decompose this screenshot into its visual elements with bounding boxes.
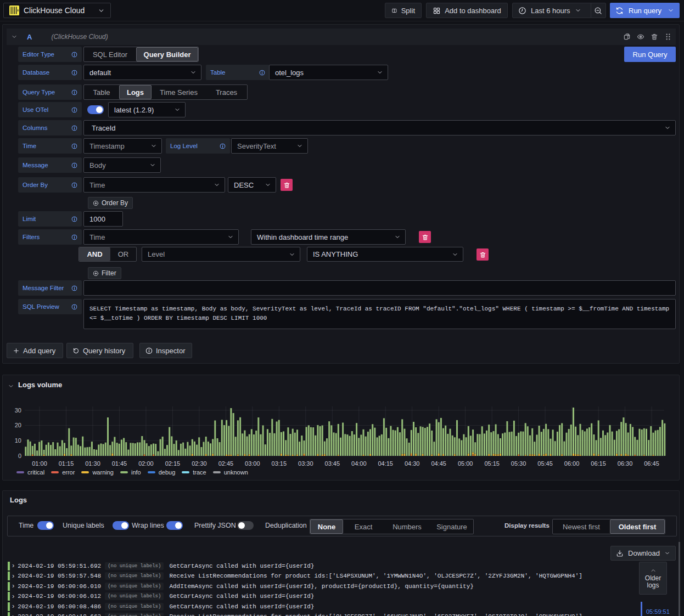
svg-text:02:00: 02:00	[138, 460, 154, 467]
svg-text:02:45: 02:45	[218, 460, 234, 467]
svg-text:06:15: 06:15	[591, 460, 606, 467]
svg-text:03:30: 03:30	[298, 460, 313, 467]
svg-text:06:00: 06:00	[564, 460, 580, 467]
svg-text:01:15: 01:15	[59, 460, 74, 467]
svg-text:06:30: 06:30	[618, 460, 633, 467]
svg-text:01:00: 01:00	[32, 460, 47, 467]
svg-text:04:30: 04:30	[405, 460, 420, 467]
svg-text:04:15: 04:15	[378, 460, 393, 467]
svg-text:05:45: 05:45	[537, 460, 553, 467]
svg-text:02:30: 02:30	[192, 460, 207, 467]
svg-text:20: 20	[15, 422, 21, 428]
svg-text:04:45: 04:45	[431, 460, 446, 467]
svg-text:03:15: 03:15	[272, 460, 287, 467]
svg-text:03:00: 03:00	[245, 460, 260, 467]
svg-text:04:00: 04:00	[351, 460, 367, 467]
svg-text:05:00: 05:00	[458, 460, 473, 467]
svg-text:02:15: 02:15	[165, 460, 181, 467]
svg-text:05:15: 05:15	[484, 460, 500, 467]
svg-text:01:30: 01:30	[85, 460, 100, 467]
svg-text:0: 0	[18, 453, 21, 459]
svg-text:01:45: 01:45	[112, 460, 127, 467]
svg-text:10: 10	[15, 437, 21, 444]
svg-text:06:45: 06:45	[644, 460, 659, 467]
svg-text:30: 30	[15, 407, 21, 414]
svg-text:03:45: 03:45	[325, 460, 340, 467]
svg-text:05:30: 05:30	[511, 460, 526, 467]
